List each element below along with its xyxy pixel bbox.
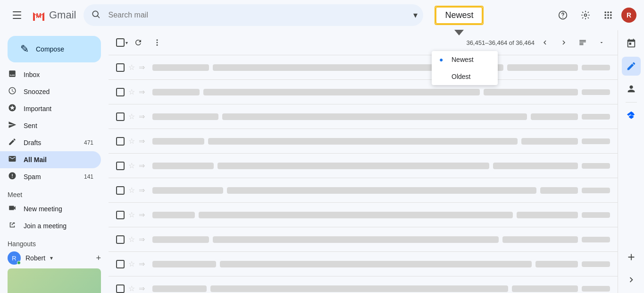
email-row[interactable]: ☆ ⇒ [109, 227, 618, 252]
hangouts-avatar: R [8, 251, 21, 265]
right-panel-contacts-icon[interactable] [622, 79, 641, 98]
row-checkbox[interactable] [116, 112, 125, 121]
row-star-icon[interactable]: ☆ [128, 161, 135, 170]
hangout-preview-image [8, 268, 101, 293]
row-tag-icon[interactable]: ⇒ [139, 284, 145, 293]
sidebar-item-join-meeting[interactable]: Join a meeting [0, 217, 101, 234]
row-star-icon[interactable]: ☆ [128, 63, 135, 72]
more-options-button[interactable] [149, 34, 166, 51]
next-page-button[interactable] [555, 34, 572, 51]
compose-button[interactable]: ✎ Compose [8, 36, 101, 62]
important-icon [8, 103, 17, 114]
row-tag-icon[interactable]: ⇒ [139, 210, 145, 219]
spam-icon [8, 172, 17, 182]
newest-button[interactable]: Newest [435, 7, 483, 24]
row-tag-icon[interactable]: ⇒ [139, 259, 145, 268]
row-date [582, 65, 610, 70]
email-row[interactable]: ☆ ⇒ [109, 55, 618, 80]
row-body [222, 113, 527, 120]
email-row[interactable]: ☆ ⇒ [109, 276, 618, 293]
search-dropdown-button[interactable]: ▾ [413, 10, 418, 20]
row-body-short [512, 285, 578, 292]
sort-dropdown: ● Newest ● Oldest [432, 51, 498, 85]
row-checkbox[interactable] [116, 186, 125, 195]
email-row[interactable]: ☆ ⇒ [109, 104, 618, 129]
prev-page-button[interactable] [536, 34, 553, 51]
row-tag-icon[interactable]: ⇒ [139, 161, 145, 170]
sidebar-item-new-meeting[interactable]: New meeting [0, 200, 101, 217]
drafts-icon [8, 138, 17, 148]
row-date [582, 188, 610, 193]
hangouts-add-button[interactable]: + [96, 253, 101, 263]
row-star-icon[interactable]: ☆ [128, 259, 135, 268]
row-sender [152, 261, 216, 267]
hangouts-user-row[interactable]: R Robert ▾ + [0, 250, 109, 267]
avatar[interactable]: R [621, 8, 636, 23]
right-panel-add-icon[interactable] [622, 248, 641, 267]
row-tag-icon[interactable]: ⇒ [139, 186, 145, 195]
right-panel-dropbox-icon[interactable] [622, 106, 641, 125]
row-checkbox[interactable] [116, 235, 125, 244]
settings-button[interactable] [576, 6, 595, 25]
sidebar-item-inbox[interactable]: Inbox [0, 66, 101, 83]
select-all-dropdown[interactable]: ▾ [116, 38, 128, 47]
hangouts-username: Robert [25, 254, 45, 262]
email-row[interactable]: ☆ ⇒ [109, 178, 618, 203]
email-row[interactable]: ☆ ⇒ [109, 80, 618, 104]
email-row[interactable]: ☆ ⇒ [109, 154, 618, 178]
sidebar-item-sent[interactable]: Sent [0, 117, 101, 134]
row-tag-icon[interactable]: ⇒ [139, 112, 145, 121]
right-panel-tasks-icon[interactable] [622, 57, 641, 76]
row-star-icon[interactable]: ☆ [128, 112, 135, 121]
sort-newest-option[interactable]: ● Newest [432, 51, 498, 68]
row-star-icon[interactable]: ☆ [128, 87, 135, 96]
row-tag-icon[interactable]: ⇒ [139, 63, 145, 72]
row-checkbox[interactable] [116, 260, 125, 268]
apps-button[interactable] [599, 6, 618, 25]
svg-point-4 [562, 17, 563, 17]
sort-oldest-option[interactable]: ● Oldest [432, 68, 498, 85]
search-input[interactable] [84, 4, 423, 26]
row-tag-icon[interactable]: ⇒ [139, 235, 145, 244]
search-bar: ▾ [84, 4, 423, 26]
join-meeting-icon [8, 221, 17, 232]
row-body-short [484, 89, 578, 95]
row-tag-icon[interactable]: ⇒ [139, 137, 145, 146]
help-button[interactable] [553, 6, 572, 25]
row-checkbox[interactable] [116, 137, 125, 146]
sidebar-item-important[interactable]: Important [0, 100, 101, 117]
refresh-button[interactable] [130, 34, 147, 51]
gmail-logo: M Gmail [30, 7, 76, 24]
sidebar-item-spam[interactable]: Spam 141 [0, 168, 101, 185]
split-view-caret-button[interactable] [593, 34, 610, 51]
row-checkbox[interactable] [116, 63, 125, 72]
split-view-button[interactable] [574, 34, 591, 51]
sidebar-item-all-mail-label: All Mail [24, 156, 93, 164]
row-tag-icon[interactable]: ⇒ [139, 87, 145, 96]
row-star-icon[interactable]: ☆ [128, 235, 135, 244]
right-panel-expand-icon[interactable] [622, 270, 641, 289]
row-star-icon[interactable]: ☆ [128, 186, 135, 195]
help-icon [558, 10, 568, 20]
row-body-short [521, 138, 578, 145]
email-row[interactable]: ☆ ⇒ [109, 203, 618, 227]
row-checkbox[interactable] [116, 211, 125, 219]
email-toolbar: ▾ 36,451–36,464 of 36,464 [109, 30, 618, 55]
right-panel-calendar-icon[interactable] [622, 34, 641, 53]
email-row[interactable]: ☆ ⇒ [109, 129, 618, 154]
main-layout: ✎ Compose Inbox Snoozed Important [0, 30, 644, 293]
inbox-icon [8, 69, 17, 80]
row-checkbox[interactable] [116, 162, 125, 170]
row-checkbox[interactable] [116, 284, 125, 293]
row-star-icon[interactable]: ☆ [128, 137, 135, 146]
row-star-icon[interactable]: ☆ [128, 210, 135, 219]
select-all-checkbox[interactable] [116, 38, 125, 47]
row-star-icon[interactable]: ☆ [128, 284, 135, 293]
menu-button[interactable] [8, 6, 26, 25]
row-checkbox[interactable] [116, 88, 125, 96]
sidebar-item-all-mail[interactable]: All Mail [0, 151, 101, 168]
sidebar-item-drafts[interactable]: Drafts 471 [0, 134, 101, 151]
select-dropdown-caret[interactable]: ▾ [125, 40, 128, 45]
sidebar-item-snoozed[interactable]: Snoozed [0, 83, 101, 100]
email-row[interactable]: ☆ ⇒ [109, 252, 618, 276]
